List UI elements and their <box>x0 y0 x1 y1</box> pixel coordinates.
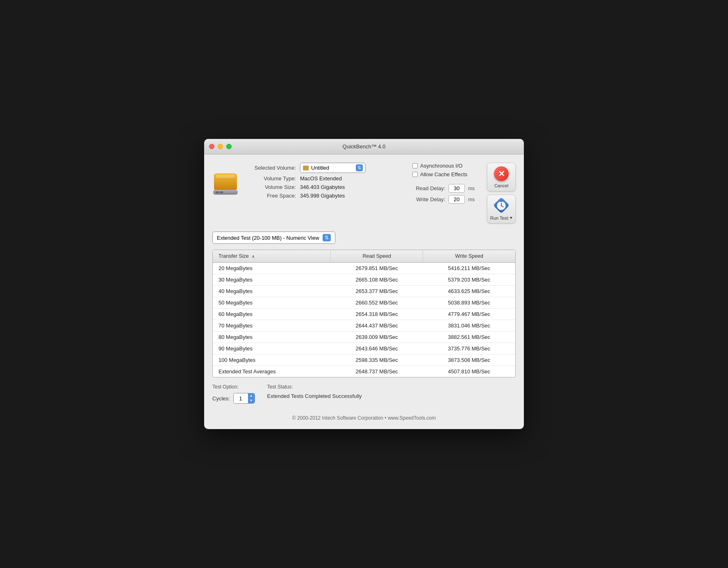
allow-cache-row: Allow Cache Effects <box>412 171 475 177</box>
async-io-label: Asynchronous I/O <box>420 163 462 169</box>
read-delay-row: Read Delay: ms <box>412 184 475 193</box>
bottom-section: Test Option: Cycles: ▲ ▼ Test Status: Ex… <box>212 384 516 403</box>
drive-icon-container <box>212 166 239 196</box>
volume-type-row: Volume Type: MacOS Extended <box>247 175 404 182</box>
cycles-stepper[interactable]: ▲ ▼ <box>248 393 255 403</box>
volume-dropdown-arrow[interactable]: ⇅ <box>356 164 363 171</box>
cancel-icon: ✕ <box>494 166 509 181</box>
drive-icon <box>212 170 239 196</box>
cell-write-speed: 4779.467 MB/Sec <box>423 309 515 320</box>
cell-read-speed: 2643.646 MB/Sec <box>331 343 423 354</box>
table-row: 30 MegaBytes2665.108 MB/Sec5379.203 MB/S… <box>213 274 515 286</box>
table-row: 70 MegaBytes2644.437 MB/Sec3831.046 MB/S… <box>213 320 515 332</box>
volume-dropdown[interactable]: Untitled ⇅ <box>300 163 366 173</box>
col-transfer-size-label: Transfer Size <box>218 253 249 259</box>
cell-read-speed: 2665.108 MB/Sec <box>331 274 423 286</box>
table-row: 60 MegaBytes2654.318 MB/Sec4779.467 MB/S… <box>213 309 515 320</box>
delay-section: Read Delay: ms Write Delay: ms <box>412 184 475 206</box>
cell-write-speed: 5038.893 MB/Sec <box>423 297 515 309</box>
cell-transfer-size: 20 MegaBytes <box>213 263 331 274</box>
cell-write-speed: 3735.776 MB/Sec <box>423 343 515 354</box>
cell-read-speed: 2679.851 MB/Sec <box>331 263 423 274</box>
cell-read-speed: 2653.377 MB/Sec <box>331 286 423 297</box>
test-selector: Extended Test (20-100 MB) - Numeric View… <box>212 232 516 244</box>
test-status-label: Test Status: <box>267 384 516 390</box>
cell-read-speed: 2639.009 MB/Sec <box>331 332 423 343</box>
cell-transfer-size: 40 MegaBytes <box>213 286 331 297</box>
table-row: Extended Test Averages2648.737 MB/Sec450… <box>213 366 515 377</box>
test-dropdown[interactable]: Extended Test (20-100 MB) - Numeric View… <box>212 232 335 244</box>
test-option: Test Option: Cycles: ▲ ▼ <box>212 384 255 403</box>
write-delay-input[interactable] <box>448 195 465 204</box>
table-row: 100 MegaBytes2598.335 MB/Sec3873.508 MB/… <box>213 354 515 366</box>
stepper-up-icon[interactable]: ▲ <box>250 393 253 398</box>
selected-volume-label: Selected Volume: <box>247 165 296 171</box>
buttons-section: ✕ Cancel <box>487 163 516 223</box>
write-delay-unit: ms <box>468 197 475 202</box>
cell-transfer-size: 90 MegaBytes <box>213 343 331 354</box>
test-status-text: Extended Tests Completed Successfully <box>267 393 516 399</box>
svg-rect-10 <box>500 201 503 202</box>
cell-read-speed: 2648.737 MB/Sec <box>331 366 423 377</box>
cell-transfer-size: 80 MegaBytes <box>213 332 331 343</box>
test-dropdown-arrow[interactable]: ⇅ <box>323 234 331 241</box>
volume-type-label: Volume Type: <box>247 175 296 182</box>
table-row: 20 MegaBytes2679.851 MB/Sec5416.211 MB/S… <box>213 263 515 274</box>
cell-transfer-size: 100 MegaBytes <box>213 354 331 366</box>
cell-transfer-size: 50 MegaBytes <box>213 297 331 309</box>
top-section: Selected Volume: Untitled ⇅ Volume Type:… <box>212 163 516 223</box>
run-test-button[interactable]: Run Test: ▾ <box>487 195 516 223</box>
table-body: 20 MegaBytes2679.851 MB/Sec5416.211 MB/S… <box>213 263 515 377</box>
minimize-button[interactable] <box>218 144 223 149</box>
svg-rect-1 <box>216 175 235 178</box>
cell-transfer-size: 30 MegaBytes <box>213 274 331 286</box>
allow-cache-checkbox[interactable] <box>412 172 418 177</box>
cell-write-speed: 5379.203 MB/Sec <box>423 274 515 286</box>
sort-arrow-icon: ∧ <box>252 254 255 259</box>
close-button[interactable] <box>209 144 214 149</box>
free-space-value: 345.998 Gigabytes <box>300 193 345 199</box>
col-read-speed-label: Read Speed <box>362 253 391 259</box>
free-space-label: Free Space: <box>247 193 296 199</box>
cell-write-speed: 3882.561 MB/Sec <box>423 332 515 343</box>
cycles-input-wrapper: ▲ ▼ <box>233 393 255 403</box>
cancel-label: Cancel <box>494 183 508 188</box>
selected-volume-row: Selected Volume: Untitled ⇅ <box>247 163 404 173</box>
read-delay-label: Read Delay: <box>412 185 445 191</box>
col-read-speed[interactable]: Read Speed <box>331 250 423 263</box>
results-table-wrapper: Transfer Size ∧ Read Speed Write Speed 2… <box>212 250 516 377</box>
cell-transfer-size: 70 MegaBytes <box>213 320 331 332</box>
cycles-input[interactable] <box>234 394 248 403</box>
cancel-button[interactable]: ✕ Cancel <box>487 163 516 191</box>
titlebar: QuickBench™ 4.0 <box>204 139 524 154</box>
table-row: 80 MegaBytes2639.009 MB/Sec3882.561 MB/S… <box>213 332 515 343</box>
cell-transfer-size: Extended Test Averages <box>213 366 331 377</box>
volume-info: Selected Volume: Untitled ⇅ Volume Type:… <box>247 163 404 201</box>
read-delay-input[interactable] <box>448 184 465 193</box>
cell-transfer-size: 60 MegaBytes <box>213 309 331 320</box>
svg-rect-3 <box>216 191 219 193</box>
run-label: Run Test: ▾ <box>490 215 512 220</box>
results-table: Transfer Size ∧ Read Speed Write Speed 2… <box>213 250 515 377</box>
volume-name: Untitled <box>311 165 329 171</box>
options-section: Asynchronous I/O Allow Cache Effects Rea… <box>412 163 475 206</box>
cell-write-speed: 3831.046 MB/Sec <box>423 320 515 332</box>
read-delay-unit: ms <box>468 186 475 191</box>
table-row: 50 MegaBytes2660.552 MB/Sec5038.893 MB/S… <box>213 297 515 309</box>
volume-size-row: Volume Size: 346.403 Gigabytes <box>247 184 404 190</box>
cycles-row: Cycles: ▲ ▼ <box>212 393 255 403</box>
allow-cache-label: Allow Cache Effects <box>420 171 467 177</box>
run-test-icon <box>494 198 509 213</box>
async-io-row: Asynchronous I/O <box>412 163 475 169</box>
test-option-label: Test Option: <box>212 384 255 390</box>
col-write-speed[interactable]: Write Speed <box>423 250 515 263</box>
cell-read-speed: 2660.552 MB/Sec <box>331 297 423 309</box>
async-io-checkbox[interactable] <box>412 163 418 168</box>
col-transfer-size[interactable]: Transfer Size ∧ <box>213 250 331 263</box>
maximize-button[interactable] <box>226 144 232 149</box>
write-delay-label: Write Delay: <box>412 196 445 202</box>
window-controls <box>209 144 232 149</box>
stepper-down-icon[interactable]: ▼ <box>250 398 253 403</box>
main-window: QuickBench™ 4.0 <box>204 139 524 429</box>
cell-write-speed: 5416.211 MB/Sec <box>423 263 515 274</box>
